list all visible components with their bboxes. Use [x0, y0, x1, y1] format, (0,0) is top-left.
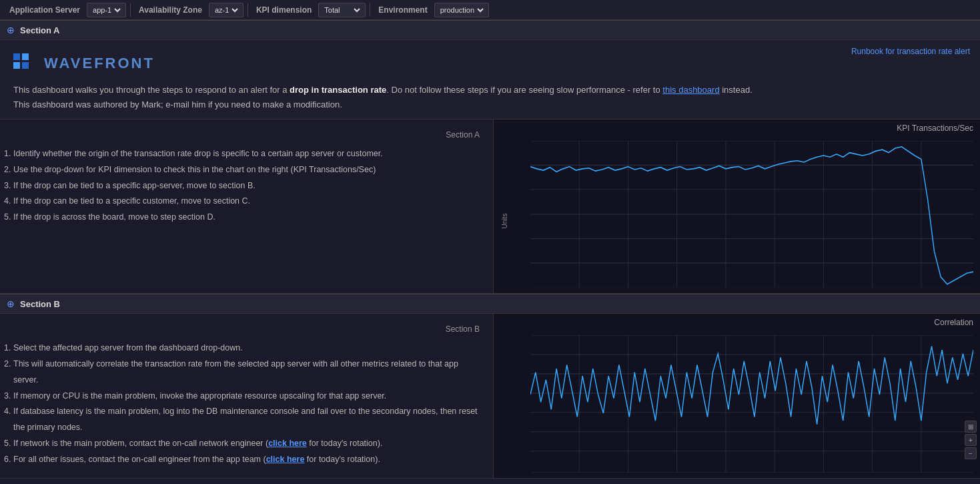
env-select[interactable]: productionstagingdev [434, 3, 489, 17]
chart-b-container: .65 .6 .55 .5 .45 .4 .35 .3 06:30 06:35 … [494, 328, 980, 484]
svg-rect-3 [22, 62, 29, 69]
svg-rect-1 [22, 53, 29, 60]
section-b-chart-panel: Correlation [494, 314, 980, 478]
divider-2 [248, 3, 248, 17]
section-a-instruction-5: If the drop is across the board, move to… [13, 210, 480, 226]
chart-b-svg: .65 .6 .55 .5 .45 .4 .35 .3 06:30 06:35 … [530, 335, 973, 473]
section-a-instruction-4: If the drop can be tied to a specific cu… [13, 194, 480, 210]
desc-line2: This dashboard was authored by Mark; e-m… [13, 97, 967, 112]
filter-label-az: Availability Zone [135, 5, 206, 15]
section-a-instruction-2: Use the drop-down for KPI dimension to c… [13, 162, 480, 178]
section-b-title: Section B [20, 299, 60, 309]
section-a-icon: ⊕ [7, 25, 15, 35]
section-b-instruction-2: This will automatically correlate the tr… [13, 356, 480, 389]
kpi-dropdown[interactable]: TotalAverageMax [322, 5, 362, 15]
filter-label-env: Environment [374, 5, 431, 15]
description-panel: Runbook for transaction rate alert WAVEF… [0, 40, 980, 119]
desc-link[interactable]: this dashboard [662, 85, 719, 95]
chart-a-container: Units 6.15k 6.1 [494, 134, 980, 308]
section-a-header: ⊕ Section A [0, 20, 980, 40]
runbook-link[interactable]: Runbook for transaction rate alert [851, 47, 970, 56]
section-b-icon: ⊕ [7, 298, 15, 309]
section-a-content: Section A Identify whether the origin of… [0, 119, 980, 294]
section-a-instructions: Identify whether the origin of the trans… [13, 146, 480, 226]
wavefront-logo: WAVEFRONT [13, 53, 967, 73]
wavefront-icon [13, 53, 37, 73]
section-b-left: Section B Select the affected app server… [0, 314, 494, 478]
appserver-select[interactable]: app-1app-2app-3 [87, 3, 126, 17]
section-b-panel-label: Section B [13, 324, 480, 334]
scroll-down-btn[interactable]: − [965, 447, 977, 459]
az-select[interactable]: az-1az-2az-3 [209, 3, 243, 17]
click-here-network[interactable]: click here [268, 439, 307, 448]
desc-bold: drop in transaction rate [290, 85, 386, 95]
desc-suffix: . Do not follow these steps if you are s… [386, 85, 662, 95]
section-a-instruction-1: Identify whether the origin of the trans… [13, 146, 480, 162]
desc-end: instead. [720, 85, 753, 95]
section-a-title: Section A [20, 25, 59, 35]
zoom-btn[interactable]: + [965, 434, 977, 446]
filter-label-kpi: KPI dimension [252, 5, 316, 15]
chart-b-title: Correlation [494, 314, 980, 328]
appserver-dropdown[interactable]: app-1app-2app-3 [90, 5, 123, 15]
env-dropdown[interactable]: productionstagingdev [438, 5, 486, 15]
section-a-left: Section A Identify whether the origin of… [0, 119, 494, 293]
section-b-instruction-6: For all other issues, contact the on-cal… [13, 452, 480, 468]
section-b-content: Section B Select the affected app server… [0, 314, 980, 479]
chart-a-svg: 6.15k 6.1k 6.05k 6k 5.95k 5.9k 06:30 06:… [530, 141, 973, 288]
az-dropdown[interactable]: az-1az-2az-3 [212, 5, 240, 15]
chart-a-y-label: Units [501, 214, 508, 229]
section-a-chart-panel: KPI Transactions/Sec Units [494, 119, 980, 293]
desc-prefix: This dashboard walks you through the ste… [13, 85, 290, 95]
svg-rect-0 [13, 53, 20, 60]
chart-a-title: KPI Transactions/Sec [494, 119, 980, 134]
scroll-widget: ⊞ + − [965, 421, 977, 459]
top-bar: Application Server app-1app-2app-3 Avail… [0, 0, 980, 20]
section-b-instruction-3: If memory or CPU is the main problem, in… [13, 389, 480, 405]
description-text: This dashboard walks you through the ste… [13, 83, 967, 112]
click-here-app[interactable]: click here [266, 455, 305, 464]
filter-label-appserver: Application Server [5, 5, 84, 15]
kpi-select[interactable]: TotalAverageMax [318, 3, 366, 17]
section-a-instruction-3: If the drop can be tied to a specific ap… [13, 178, 480, 194]
scroll-up-btn[interactable]: ⊞ [965, 421, 977, 433]
svg-rect-2 [13, 62, 20, 69]
section-b-instruction-4: If database latency is the main problem,… [13, 404, 480, 436]
section-a-panel-label: Section A [13, 130, 480, 140]
section-b-instruction-1: Select the affected app server from the … [13, 340, 480, 356]
divider-3 [370, 3, 370, 17]
section-b-instructions: Select the affected app server from the … [13, 340, 480, 467]
section-b-instruction-5: If network is the main problem, contact … [13, 436, 480, 452]
wavefront-text: WAVEFRONT [44, 55, 155, 72]
divider-1 [130, 3, 131, 17]
